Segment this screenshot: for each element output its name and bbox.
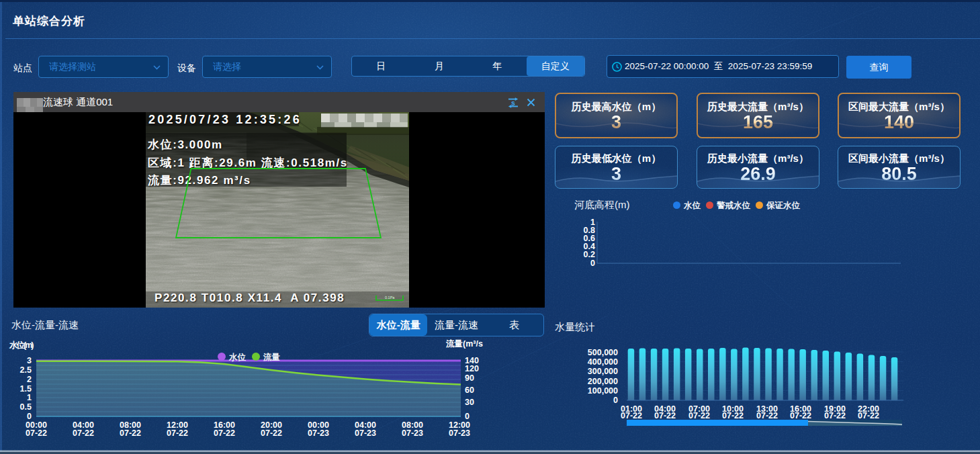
svg-text:07-22: 07-22: [214, 428, 235, 438]
svg-text:60: 60: [465, 385, 474, 395]
svg-text:0.1Pa: 0.1Pa: [385, 296, 395, 300]
svg-text:07-23: 07-23: [402, 428, 423, 438]
svg-text:0.2: 0.2: [584, 250, 595, 259]
svg-text:100,000: 100,000: [588, 386, 618, 396]
svg-text:200,000: 200,000: [588, 377, 618, 386]
svg-text:300,000: 300,000: [588, 367, 618, 376]
svg-text:07-22: 07-22: [858, 411, 879, 420]
svg-text:400,000: 400,000: [588, 357, 618, 367]
svg-text:07-23: 07-23: [449, 428, 470, 438]
svg-text:s: s: [511, 99, 515, 107]
svg-text:07-22: 07-22: [722, 411, 744, 420]
svg-text:0: 0: [613, 396, 618, 405]
svg-text:1: 1: [27, 393, 32, 402]
svg-text:07-22: 07-22: [167, 428, 188, 438]
svg-text:500,000: 500,000: [588, 348, 618, 357]
svg-text:0: 0: [465, 412, 470, 421]
svg-text:120: 120: [465, 364, 479, 373]
svg-text:1.5: 1.5: [20, 384, 32, 394]
svg-text:0: 0: [590, 259, 595, 268]
svg-text:07-22: 07-22: [261, 428, 282, 438]
svg-text:07-22: 07-22: [621, 411, 642, 420]
svg-text:07-22: 07-22: [73, 428, 94, 438]
svg-text:07-22: 07-22: [688, 411, 710, 420]
svg-text:3: 3: [27, 356, 32, 365]
svg-text:90: 90: [465, 373, 474, 383]
svg-text:流量: 流量: [263, 353, 281, 362]
svg-text:07-23: 07-23: [308, 428, 329, 438]
svg-text:07-22: 07-22: [654, 411, 676, 420]
svg-text:07-22: 07-22: [790, 411, 811, 420]
svg-text:0.5: 0.5: [20, 402, 32, 412]
svg-text:07-23: 07-23: [355, 428, 376, 438]
svg-text:0: 0: [27, 412, 32, 421]
svg-text:07-22: 07-22: [120, 428, 141, 438]
svg-text:07-22: 07-22: [26, 428, 47, 438]
svg-text:07-22: 07-22: [824, 411, 846, 420]
svg-text:2: 2: [27, 375, 32, 384]
svg-text:30: 30: [465, 398, 474, 407]
svg-text:07-22: 07-22: [756, 411, 778, 420]
svg-text:2.5: 2.5: [20, 365, 32, 375]
svg-text:水位: 水位: [228, 353, 247, 362]
